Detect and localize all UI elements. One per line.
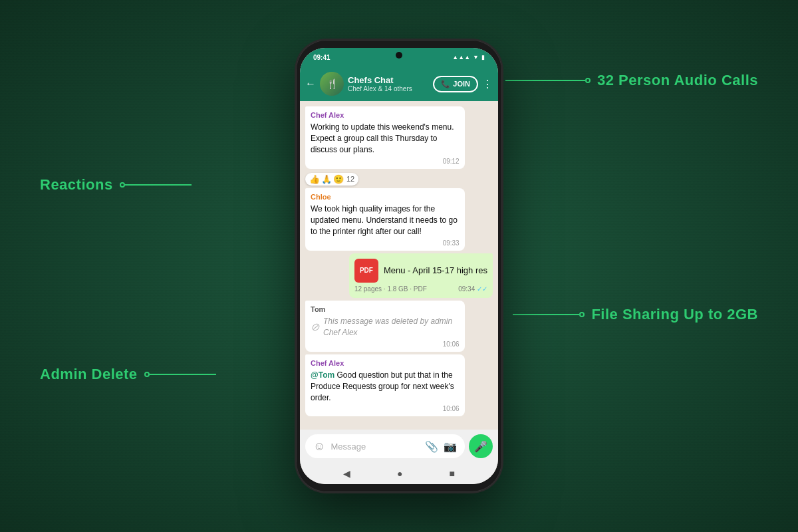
mention-tom: @Tom [311, 370, 334, 380]
reactions-dot [120, 182, 125, 188]
phone-screen: 09:41 ▲▲▲ ▼ ▮ ← 🍴 Chefs Chat Chef Alex &… [300, 48, 498, 484]
chat-info: Chefs Chat Chef Alex & 14 others [348, 75, 429, 93]
camera-button[interactable]: 📷 [444, 440, 457, 453]
wifi-icon: ▼ [473, 54, 479, 61]
status-time: 09:41 [313, 54, 331, 61]
input-bar: ☺ Message 📎 📷 🎤 [300, 430, 498, 463]
audio-calls-annotation: 32 Person Audio Calls [505, 72, 758, 89]
reactions-connector [125, 184, 192, 186]
reactions-label: Reactions [40, 176, 113, 194]
audio-calls-line [505, 78, 591, 83]
message-input-container[interactable]: ☺ Message 📎 📷 [305, 434, 465, 458]
message-5-time: 10:06 [443, 404, 460, 414]
status-icons: ▲▲▲ ▼ ▮ [452, 54, 485, 61]
chat-avatar: 🍴 [320, 72, 344, 96]
deleted-message-sender: Tom [311, 305, 460, 315]
battery-icon: ▮ [481, 54, 485, 61]
recents-nav-button[interactable]: ■ [450, 468, 455, 479]
back-button[interactable]: ← [305, 78, 316, 90]
home-nav-button[interactable]: ● [397, 468, 402, 479]
chat-body: Chef Alex Working to update this weekend… [300, 101, 498, 430]
deleted-message-time: 10:06 [443, 340, 460, 349]
reactions-bar[interactable]: 👍 🙏 🙂 12 [305, 173, 358, 186]
file-sharing-connector [513, 314, 579, 315]
message-input-placeholder[interactable]: Message [331, 442, 420, 452]
message-1-text: Working to update this weekend's menu. E… [311, 122, 460, 155]
message-1-sender: Chef Alex [311, 110, 460, 120]
reactions-annotation: Reactions [40, 176, 192, 194]
message-5: Chef Alex @Tom Good question but put tha… [305, 354, 465, 417]
pdf-icon: PDF [354, 259, 378, 283]
audio-calls-connector [505, 80, 585, 81]
more-options-button[interactable]: ⋮ [482, 78, 493, 90]
message-5-sender: Chef Alex [311, 358, 460, 368]
join-button[interactable]: 📞 JOIN [433, 76, 478, 92]
file-sharing-dot [579, 312, 585, 317]
admin-delete-label: Admin Delete [40, 366, 138, 383]
deleted-message-text: This message was deleted by admin Chef A… [323, 316, 460, 338]
deleted-message: Tom ⊘ This message was deleted by admin … [305, 301, 465, 352]
file-meta: 12 pages · 1.8 GB · PDF 09:34 ✓✓ [354, 285, 487, 293]
phone-navigation: ◀ ● ■ [300, 463, 498, 484]
file-message: PDF Menu - April 15-17 high res 12 pages… [349, 253, 493, 298]
emoji-button[interactable]: ☺ [313, 440, 325, 454]
message-5-text: @Tom Good question but put that in the P… [311, 370, 460, 403]
deleted-icon: ⊘ [311, 320, 319, 334]
file-sharing-line [513, 312, 585, 317]
audio-calls-label: 32 Person Audio Calls [597, 72, 758, 89]
message-2-sender: Chloe [311, 192, 460, 202]
double-tick: ✓✓ [477, 285, 487, 293]
mic-icon: 🎤 [474, 440, 487, 453]
file-sharing-label: File Sharing Up to 2GB [591, 306, 758, 323]
file-header: PDF Menu - April 15-17 high res [354, 259, 487, 283]
phone-icon: 📞 [441, 80, 450, 88]
chat-name: Chefs Chat [348, 75, 429, 86]
message-2-time: 09:33 [443, 239, 460, 248]
avatar-image: 🍴 [320, 72, 344, 96]
message-1-time: 09:12 [443, 157, 460, 166]
admin-delete-connector [150, 374, 216, 375]
message-1: Chef Alex Working to update this weekend… [305, 106, 465, 169]
audio-calls-dot [585, 78, 591, 83]
admin-delete-annotation: Admin Delete [40, 366, 216, 383]
chat-header: ← 🍴 Chefs Chat Chef Alex & 14 others 📞 J… [300, 66, 498, 101]
deleted-message-content: ⊘ This message was deleted by admin Chef… [311, 316, 460, 338]
reaction-count: 12 [346, 175, 354, 183]
admin-delete-line [144, 372, 216, 377]
reaction-smile: 🙂 [333, 174, 344, 184]
reaction-thumbsup: 👍 [309, 174, 320, 184]
back-nav-button[interactable]: ◀ [343, 468, 350, 479]
chat-members: Chef Alex & 14 others [348, 85, 429, 92]
message-2: Chloe We took high quality images for th… [305, 188, 465, 251]
file-details: 12 pages · 1.8 GB · PDF [354, 285, 427, 293]
reaction-pray: 🙏 [321, 174, 332, 184]
phone: 09:41 ▲▲▲ ▼ ▮ ← 🍴 Chefs Chat Chef Alex &… [296, 40, 502, 492]
signal-icon: ▲▲▲ [452, 54, 470, 61]
admin-delete-dot [144, 372, 150, 377]
mic-button[interactable]: 🎤 [469, 434, 493, 458]
camera-notch [396, 52, 402, 59]
message-2-text: We took high quality images for the upda… [311, 203, 460, 237]
file-sharing-annotation: File Sharing Up to 2GB [513, 306, 758, 323]
reactions-line [120, 182, 192, 188]
file-time: 09:34 ✓✓ [458, 285, 487, 293]
file-name: Menu - April 15-17 high res [384, 265, 487, 275]
attach-button[interactable]: 📎 [425, 440, 438, 453]
